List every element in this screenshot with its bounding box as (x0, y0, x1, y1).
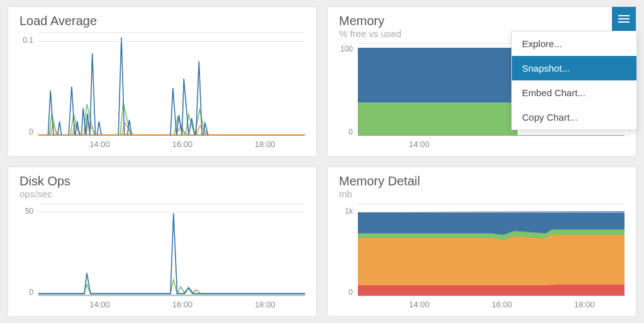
dashboard-grid: Load Average 0.1 0 (0, 0, 644, 323)
x-tick: 14:00 (89, 300, 110, 309)
chart-disk-ops[interactable]: 50 0 14:00 16:00 18:00 (11, 204, 308, 312)
panel-memory-detail: Memory Detail mb 1k 0 (327, 167, 636, 317)
panel-title: Load Average (19, 13, 308, 28)
chart-load-average[interactable]: 0.1 0 14:00 16:00 (11, 32, 308, 152)
panel-title: Memory Detail (339, 173, 627, 189)
x-tick: 14:00 (409, 140, 430, 149)
chart-menu-dropdown: Explore... Snapshot... Embed Chart... Co… (511, 31, 637, 130)
plot-area (38, 32, 305, 136)
x-axis: 14:00 16:00 18:00 (38, 138, 305, 152)
baseline (358, 295, 625, 296)
panel-memory: Memory % free vs used Explore... Snapsho… (327, 6, 636, 156)
x-tick: 14:00 (409, 300, 430, 309)
x-tick: 16:00 (172, 300, 193, 309)
x-tick: 18:00 (255, 140, 275, 149)
x-tick: 18:00 (574, 300, 595, 309)
plot-area (38, 204, 305, 296)
x-tick: 16:00 (492, 300, 513, 309)
y-axis: 100 0 (330, 43, 355, 136)
panel-header: Memory Detail mb (330, 173, 627, 200)
menu-item-copy[interactable]: Copy Chart... (512, 105, 636, 129)
hamburger-icon (618, 18, 630, 19)
gridline (38, 41, 305, 41)
line-chart-svg (38, 204, 305, 296)
baseline (358, 135, 625, 136)
x-axis: 14:00 16:00 18:00 (358, 298, 625, 312)
panel-header: Disk Ops ops/sec (11, 173, 308, 200)
y-tick: 50 (25, 207, 33, 216)
y-tick: 0 (348, 288, 353, 297)
panel-disk-ops: Disk Ops ops/sec 50 0 14:00 (8, 167, 317, 317)
x-axis: 14:00 (358, 138, 625, 152)
gridline (38, 212, 305, 212)
area-layer-free (358, 48, 518, 103)
y-tick: 0 (348, 128, 353, 136)
area-layer-used (358, 102, 518, 136)
menu-item-embed[interactable]: Embed Chart... (512, 80, 636, 105)
y-tick: 0 (29, 128, 33, 136)
chart-menu-button[interactable] (612, 7, 636, 31)
baseline (38, 295, 305, 296)
x-tick: 18:00 (255, 300, 275, 309)
y-axis: 50 0 (11, 204, 36, 296)
y-axis: 1k 0 (330, 204, 355, 296)
menu-item-snapshot[interactable]: Snapshot... (512, 56, 636, 80)
y-tick: 1k (345, 207, 353, 216)
baseline (38, 135, 305, 136)
x-tick: 16:00 (172, 140, 193, 149)
panel-subtitle: ops/sec (19, 189, 308, 200)
y-tick: 0 (29, 288, 33, 297)
y-tick: 100 (340, 45, 353, 53)
stacked-area-svg (358, 204, 625, 296)
menu-item-explore[interactable]: Explore... (512, 31, 636, 56)
panel-header: Load Average (11, 13, 308, 28)
y-tick: 0.1 (23, 36, 33, 45)
gridline (358, 212, 625, 212)
plot-area (358, 204, 625, 296)
y-axis: 0.1 0 (11, 32, 36, 136)
panel-subtitle: mb (339, 189, 627, 200)
panel-title: Memory (339, 13, 627, 28)
panel-load-average: Load Average 0.1 0 (8, 6, 317, 156)
x-tick: 14:00 (89, 140, 110, 149)
chart-memory-detail[interactable]: 1k 0 14:00 16:00 (330, 204, 627, 312)
x-axis: 14:00 16:00 18:00 (38, 298, 305, 312)
line-chart-svg (38, 33, 305, 136)
panel-title: Disk Ops (19, 173, 308, 189)
